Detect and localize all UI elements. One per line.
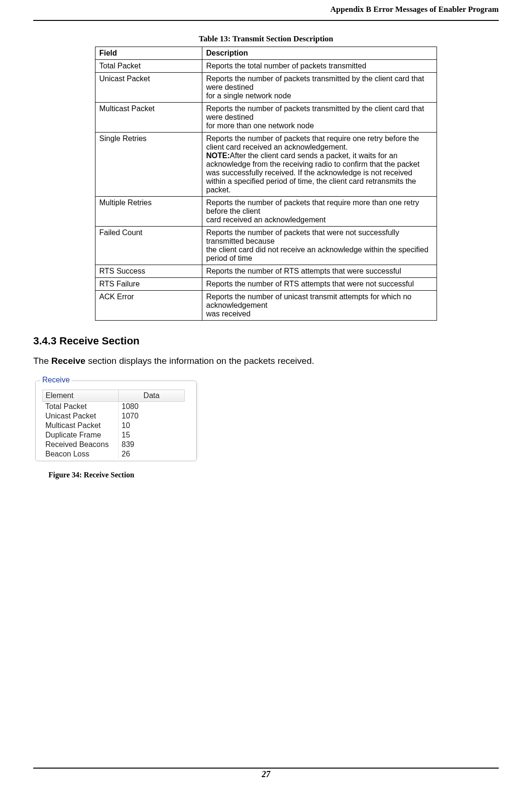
table-cell-desc: Reports the number of packets that were … xyxy=(202,227,437,265)
para-text-post: section displays the information on the … xyxy=(86,356,314,366)
page-header-title: Appendix B Error Messages of Enabler Pro… xyxy=(33,5,499,16)
receive-cell-element: Total Packet xyxy=(43,402,119,412)
receive-cell-element: Multicast Packet xyxy=(43,421,119,430)
receive-cell-element: Duplicate Frame xyxy=(43,430,119,440)
table-row: Duplicate Frame 15 xyxy=(43,430,185,440)
single-retries-line1: Reports the number of packets that requi… xyxy=(206,134,433,152)
table-row: Single Retries Reports the number of pac… xyxy=(95,133,437,197)
footer-rule xyxy=(33,768,499,769)
receive-cell-data: 1070 xyxy=(119,411,185,421)
table-cell-desc: Reports the number of RTS attempts that … xyxy=(202,265,437,278)
table-row: ACK Error Reports the number of unicast … xyxy=(95,291,437,321)
receive-groupbox-legend: Receive xyxy=(40,376,72,384)
page-footer: 27 xyxy=(33,768,499,779)
table-row: Multicast Packet 10 xyxy=(43,421,185,430)
header-rule xyxy=(33,20,499,21)
table-cell-field: Unicast Packet xyxy=(95,73,202,103)
receive-cell-data: 839 xyxy=(119,440,185,449)
table-cell-field: Total Packet xyxy=(95,60,202,73)
note-text: After the client card sends a packet, it… xyxy=(206,152,419,194)
table-row: Total Packet Reports the total number of… xyxy=(95,60,437,73)
table-cell-field: Single Retries xyxy=(95,133,202,197)
table-cell-desc: Reports the number of packets transmitte… xyxy=(202,73,437,103)
table-cell-field: RTS Failure xyxy=(95,278,202,291)
table-13-header-field: Field xyxy=(95,47,202,60)
page-number: 27 xyxy=(33,770,499,779)
section-paragraph: The Receive section displays the informa… xyxy=(33,356,499,366)
figure-34-caption: Figure 34: Receive Section xyxy=(48,471,499,479)
table-cell-desc: Reports the number of packets that requi… xyxy=(202,197,437,227)
table-cell-field: Multicast Packet xyxy=(95,103,202,133)
table-row: RTS Success Reports the number of RTS at… xyxy=(95,265,437,278)
page-container: Appendix B Error Messages of Enabler Pro… xyxy=(0,0,532,789)
note-label: NOTE: xyxy=(206,152,230,160)
table-13-header-description: Description xyxy=(202,47,437,60)
table-row: Failed Count Reports the number of packe… xyxy=(95,227,437,265)
table-row: Beacon Loss 26 xyxy=(43,449,185,459)
table-row: Multicast Packet Reports the number of p… xyxy=(95,103,437,133)
receive-table: Element Data Total Packet 1080 Unicast P… xyxy=(42,390,185,459)
table-cell-desc: Reports the number of packets that requi… xyxy=(202,133,437,197)
table-row: Unicast Packet 1070 xyxy=(43,411,185,421)
table-cell-field: ACK Error xyxy=(95,291,202,321)
receive-cell-element: Beacon Loss xyxy=(43,449,119,459)
section-heading-receive: 3.4.3 Receive Section xyxy=(33,335,499,347)
table-row: Multiple Retries Reports the number of p… xyxy=(95,197,437,227)
receive-cell-data: 1080 xyxy=(119,402,185,412)
table-row: RTS Failure Reports the number of RTS at… xyxy=(95,278,437,291)
table-cell-desc: Reports the number of RTS attempts that … xyxy=(202,278,437,291)
table-cell-field: Failed Count xyxy=(95,227,202,265)
receive-cell-data: 15 xyxy=(119,430,185,440)
table-row: Unicast Packet Reports the number of pac… xyxy=(95,73,437,103)
table-13-caption: Table 13: Transmit Section Description xyxy=(33,34,499,44)
receive-cell-element: Received Beacons xyxy=(43,440,119,449)
table-row: Total Packet 1080 xyxy=(43,402,185,412)
table-cell-desc: Reports the number of unicast transmit a… xyxy=(202,291,437,321)
receive-table-header-element: Element xyxy=(43,390,119,402)
receive-cell-data: 10 xyxy=(119,421,185,430)
para-text-bold: Receive xyxy=(51,356,86,366)
table-cell-field: Multiple Retries xyxy=(95,197,202,227)
receive-table-header-data: Data xyxy=(119,390,185,402)
table-row: Received Beacons 839 xyxy=(43,440,185,449)
table-cell-desc: Reports the total number of packets tran… xyxy=(202,60,437,73)
table-cell-desc: Reports the number of packets transmitte… xyxy=(202,103,437,133)
table-cell-field: RTS Success xyxy=(95,265,202,278)
receive-groupbox: Receive Element Data Total Packet 1080 U… xyxy=(35,380,197,461)
table-13: Field Description Total Packet Reports t… xyxy=(95,47,437,321)
receive-cell-data: 26 xyxy=(119,449,185,459)
single-retries-note: NOTE:After the client card sends a packe… xyxy=(206,152,433,194)
para-text-pre: The xyxy=(33,356,51,366)
receive-cell-element: Unicast Packet xyxy=(43,411,119,421)
